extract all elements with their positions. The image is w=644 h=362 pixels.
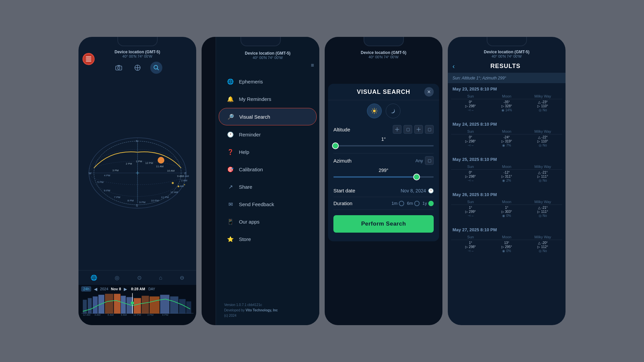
menu-item-store[interactable]: ⭐ Store bbox=[219, 231, 317, 247]
vs-close-button[interactable]: ✕ bbox=[424, 87, 434, 97]
table-row: 0° ▷ 298° ⊣ –-35° ▷ 328° ◉ 14%△ -23° ▷ 1… bbox=[451, 99, 562, 113]
timeline-next[interactable]: ▶ bbox=[124, 287, 127, 292]
col-sun: Sun bbox=[452, 165, 489, 169]
radio-1y[interactable] bbox=[428, 201, 434, 206]
svg-text:1 PM: 1 PM bbox=[136, 160, 142, 163]
altitude-icon2[interactable]: ▢ bbox=[404, 125, 412, 134]
moon-extra: ◉ 0% bbox=[489, 214, 525, 218]
azimuth-label: Azimuth bbox=[333, 158, 352, 164]
menu-item-reminders[interactable]: 🔔 My Reminders bbox=[219, 90, 317, 107]
result-date: May 23, 2025 8:10 PM bbox=[451, 83, 562, 94]
svg-text:S: S bbox=[136, 204, 138, 207]
moon-alt: 13° bbox=[489, 241, 525, 245]
menu-button[interactable] bbox=[83, 53, 95, 65]
milkyway-cell: △ -21° ▷ 111° ◎ No bbox=[525, 171, 561, 182]
menu-label-reminder: Reminder bbox=[239, 132, 261, 137]
duration-opt-1y[interactable]: 1y bbox=[422, 201, 434, 206]
menu-item-visual-search[interactable]: 🔎 Visual Search bbox=[219, 108, 317, 125]
sun-extra: ⊣ – bbox=[452, 179, 489, 182]
sun-cell: 0° ▷ 298° ⊣ – bbox=[452, 171, 489, 182]
result-date: May 26, 2025 8:10 PM bbox=[451, 189, 562, 199]
sun-extra: ⊣ – bbox=[452, 143, 489, 147]
nav-minus[interactable]: ⊖ bbox=[177, 273, 187, 282]
nav-layers[interactable]: ◎ bbox=[112, 273, 122, 282]
svg-rect-58 bbox=[150, 296, 160, 313]
svg-line-80 bbox=[376, 109, 376, 110]
timeline-24h[interactable]: 24h bbox=[81, 286, 91, 292]
menu-item-help[interactable]: ❓ Help bbox=[219, 143, 317, 160]
svg-point-72 bbox=[373, 110, 376, 112]
menu-label-help: Help bbox=[239, 149, 249, 155]
nav-cloud[interactable]: ⌂ bbox=[156, 274, 165, 282]
any-checkbox[interactable]: ▢ bbox=[425, 156, 434, 165]
azimuth-value: 299° bbox=[333, 168, 434, 173]
table-row: 1° ▷ 298° ⊣ –13° ▷ 295° ◉ 0%△ -20° ▷ 112… bbox=[451, 240, 562, 254]
svg-text:10 PM: 10 PM bbox=[151, 199, 159, 202]
result-group: May 25, 2025 8:10 PMSunMoonMilky Way0° ▷… bbox=[451, 154, 562, 183]
vs-tab-moon[interactable] bbox=[386, 104, 400, 118]
menu-item-calibration[interactable]: 🎯 Calibration bbox=[219, 161, 317, 178]
moon-alt: -12° bbox=[489, 171, 525, 174]
timeline1: 24h ◀ 2024 Nov 8 ▶ 8:28 AM DAY bbox=[78, 285, 196, 325]
divider1 bbox=[333, 153, 434, 154]
col-milky way: Milky Way bbox=[525, 235, 561, 239]
altitude-icon3[interactable] bbox=[414, 125, 423, 134]
timeline-prev[interactable]: ◀ bbox=[94, 287, 97, 292]
sun-az: ▷ 298° bbox=[452, 139, 489, 143]
calendar-icon[interactable]: 🕐 bbox=[428, 188, 434, 193]
search-active-button[interactable] bbox=[150, 62, 162, 74]
perform-search-button[interactable]: Perform Search bbox=[333, 215, 434, 233]
svg-text:11 PM: 11 PM bbox=[161, 196, 169, 199]
ar-button[interactable] bbox=[131, 62, 144, 74]
altitude-slider[interactable] bbox=[333, 144, 434, 148]
col-moon: Moon bbox=[489, 200, 525, 204]
mw-extra: ◎ No bbox=[525, 179, 561, 182]
svg-rect-57 bbox=[142, 296, 149, 313]
vs-title: VISUAL SEARCH bbox=[343, 88, 424, 96]
altitude-icon1[interactable] bbox=[393, 125, 401, 134]
nav-globe[interactable]: 🌐 bbox=[88, 273, 100, 282]
vs-tab-sun[interactable] bbox=[367, 104, 382, 118]
menu-label-reminders: My Reminders bbox=[239, 96, 271, 102]
menu-item-ephemeris[interactable]: 🌐 Ephemeris bbox=[219, 73, 317, 90]
altitude-label: Altitude bbox=[333, 127, 350, 132]
menu-icon-feedback: ✉ bbox=[227, 200, 234, 208]
result-date: May 25, 2025 8:10 PM bbox=[451, 154, 562, 164]
svg-text:5 PM: 5 PM bbox=[97, 181, 104, 184]
screen2-menu: Device location (GMT-5) 40° 00'N 74° 00'… bbox=[202, 37, 319, 325]
sun-extra: ⊣ – bbox=[452, 249, 489, 253]
moon-alt: -24° bbox=[489, 135, 525, 139]
sun-alt: 0° bbox=[452, 100, 489, 104]
menu-header-icon[interactable]: ≡ bbox=[311, 62, 314, 68]
mw-az: ▷ 111° bbox=[525, 175, 561, 178]
altitude-icon4[interactable]: ▢ bbox=[425, 125, 434, 134]
col-moon: Moon bbox=[489, 94, 525, 98]
menu-list: 🌐 Ephemeris🔔 My Reminders🔎 Visual Search… bbox=[216, 70, 319, 251]
duration-opt-6m[interactable]: 6m bbox=[407, 201, 420, 206]
mw-alt: △ -22° bbox=[525, 135, 561, 139]
duration-opt-1m[interactable]: 1m bbox=[391, 201, 404, 206]
globe-view[interactable]: 3 PM 2 PM 1 PM 12 PM 11 AM 10 AM 9 AM 4 … bbox=[78, 76, 196, 270]
menu-item-reminder[interactable]: 🕐 Reminder bbox=[219, 126, 317, 143]
menu-icon-help: ❓ bbox=[227, 148, 234, 156]
moon-az: ▷ 311° bbox=[489, 175, 525, 178]
svg-text:8 PM: 8 PM bbox=[127, 199, 134, 202]
nav-compass[interactable]: ⊙ bbox=[135, 273, 144, 282]
camera-button[interactable] bbox=[113, 62, 125, 74]
menu-item-feedback[interactable]: ✉ Send Feedback bbox=[219, 196, 317, 213]
mw-extra: ◎ No bbox=[525, 143, 561, 147]
moon-cell: -12° ▷ 311° ◉ 2% bbox=[489, 171, 525, 182]
notch3 bbox=[364, 37, 404, 46]
menu-label-our-apps: Our apps bbox=[239, 219, 260, 225]
radio-6m[interactable] bbox=[414, 201, 420, 206]
azimuth-field: Azimuth Any ▢ 299° bbox=[333, 156, 434, 179]
azimuth-slider[interactable] bbox=[333, 175, 434, 179]
menu-item-share[interactable]: ↗ Share bbox=[219, 178, 317, 195]
menu-item-our-apps[interactable]: 📱 Our apps bbox=[219, 213, 317, 230]
mw-alt: △ -21° bbox=[525, 206, 561, 209]
results-back-button[interactable]: ‹ bbox=[452, 62, 455, 70]
sun-extra: ⊣ – bbox=[452, 214, 489, 218]
mw-az: ▷ 112° bbox=[525, 245, 561, 249]
svg-rect-54 bbox=[121, 296, 126, 313]
radio-1m[interactable] bbox=[399, 201, 404, 206]
